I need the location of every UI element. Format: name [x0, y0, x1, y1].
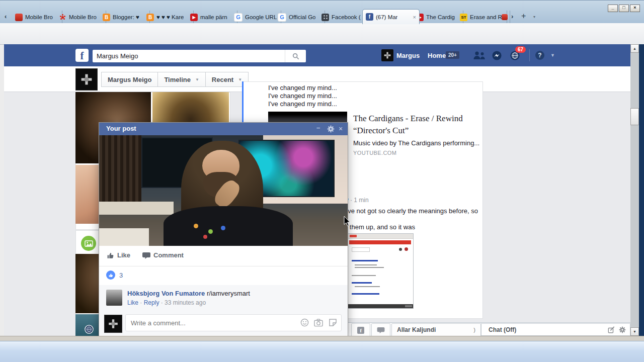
recent-caret-icon: ▼ [238, 77, 242, 82]
like-reaction-icon[interactable] [106, 270, 115, 280]
chat-friend-tab[interactable]: Allar Kaljundi ) [391, 323, 481, 336]
window-close-button[interactable]: × [630, 5, 640, 12]
dark-grid-icon [321, 14, 329, 21]
tab-scroll-right-button[interactable]: › [511, 13, 513, 20]
dialog-minimize-icon[interactable]: – [316, 124, 320, 131]
composer-avatar [104, 315, 122, 333]
search-button[interactable] [285, 50, 306, 62]
chat-bar-icons [608, 326, 626, 333]
privacy-globe-badge-icon [85, 325, 94, 334]
comment-like-link[interactable]: Like [127, 299, 138, 306]
new-tab-button[interactable]: + [521, 12, 526, 21]
video-title-line-2: “Director's Cut” [353, 125, 479, 137]
tab-label: Mobile Bro [69, 14, 97, 20]
recent-label: Recent [212, 76, 233, 83]
facebook-logo[interactable]: f [75, 49, 89, 62]
tab-mobile-bro-1[interactable]: Mobile Bro [12, 11, 62, 24]
nav-avatar[interactable] [381, 49, 393, 61]
tab-label: Blogger: ♥ [113, 14, 139, 20]
sticker-icon[interactable] [329, 318, 337, 327]
tab-list-caret-icon[interactable]: ▾ [533, 15, 535, 19]
dialog-gear-icon[interactable] [327, 125, 335, 133]
facebook-icon: f [366, 13, 373, 21]
tab-google-url[interactable]: G Google URL [231, 11, 281, 24]
comment-bubble-icon [142, 252, 150, 259]
tab-malle-parn[interactable]: ▶ malle pärn [187, 11, 237, 24]
tab-label: Google URL [245, 14, 277, 20]
emoji-icon[interactable] [300, 318, 309, 327]
comment-input[interactable] [126, 315, 297, 331]
camera-icon[interactable] [314, 318, 323, 327]
reactions-row: 3 [99, 266, 348, 286]
browser-toolbar: M ▾ ← → i https://www.facebook.com/Psych… [0, 23, 644, 45]
tab-partial[interactable] [501, 11, 510, 24]
chat-status-bar[interactable]: Chat (Off) [481, 323, 630, 336]
window-minimize-button[interactable]: _ [608, 5, 618, 12]
like-button[interactable]: Like [106, 251, 130, 259]
account-caret-icon[interactable]: ▼ [550, 53, 555, 58]
chat-status-label: Chat (Off) [489, 326, 516, 333]
window-maximize-button[interactable]: □ [619, 5, 629, 12]
mini-search-box [352, 247, 370, 252]
facebook-shortcut-tab[interactable]: f [351, 323, 370, 336]
profile-avatar[interactable] [75, 68, 98, 90]
comment-reply-link[interactable]: Reply [144, 299, 159, 306]
mini-text-line [355, 286, 380, 287]
taskbar: Start [0, 341, 644, 362]
search-input[interactable] [93, 50, 287, 62]
messenger-icon[interactable] [492, 51, 502, 60]
tab-label: The Cardig [426, 14, 455, 20]
reaction-count[interactable]: 3 [119, 272, 123, 279]
nav-divider [529, 49, 530, 61]
chat-tabs-shortcut[interactable] [371, 323, 390, 336]
scroll-up-button[interactable]: ▲ [630, 44, 639, 53]
post-photo[interactable]: PHILIPS [99, 135, 348, 246]
st-icon: ST [460, 14, 467, 21]
tab-erase-rewind[interactable]: ST Erase and R [457, 11, 507, 24]
post-timestamp[interactable]: 1 min [354, 197, 368, 204]
friend-requests-icon[interactable] [473, 51, 486, 60]
dialog-titlebar[interactable]: Your post – × [99, 123, 348, 135]
video-title[interactable]: The Cardigans - Erase / Rewind “Director… [353, 113, 479, 137]
dialog-close-icon[interactable]: × [339, 125, 343, 133]
page-scrollbar[interactable]: ▲ ▼ [630, 44, 639, 336]
video-title-line-1: The Cardigans - Erase / Rewind [353, 113, 479, 125]
mini-text-line [355, 267, 384, 268]
tab-the-cardigans[interactable]: ▶ The Cardig [413, 11, 463, 24]
profile-name-button[interactable]: Margus Meigo [101, 72, 158, 87]
help-icon[interactable]: ? [535, 51, 544, 60]
comment-label: Comment [153, 251, 184, 259]
tab-kare[interactable]: B ♥ ♥ ♥ Kare [143, 11, 194, 24]
comment-timestamp[interactable]: 33 minutes ago [165, 299, 206, 306]
tab-mobile-bro-2[interactable]: Mobile Bro [56, 11, 106, 24]
tab-facebook-other[interactable]: Facebook ( [318, 11, 369, 24]
composer-field[interactable] [125, 314, 342, 331]
comment-avatar[interactable] [106, 290, 122, 306]
comment-button[interactable]: Comment [142, 251, 184, 259]
tab-facebook-active[interactable]: f (67) Mar × [362, 9, 420, 24]
scroll-thumb[interactable] [630, 108, 639, 125]
youtube-icon: ▶ [190, 14, 198, 21]
chat-settings-gear-icon[interactable] [619, 326, 626, 333]
photo-desk [99, 202, 174, 215]
tab-close-icon[interactable]: × [413, 14, 416, 20]
scroll-down-button[interactable]: ▼ [630, 327, 639, 336]
new-post-indicator [242, 81, 244, 123]
like-label: Like [117, 251, 130, 259]
nav-username-link[interactable]: Margus [396, 52, 420, 59]
new-message-icon[interactable] [608, 326, 615, 333]
comment-author-link[interactable]: Höksbjorg Von Fumatore [127, 290, 205, 297]
attached-screenshot-image[interactable] [347, 233, 414, 309]
timeline-button[interactable]: Timeline ▼ [157, 72, 205, 87]
nav-home-link[interactable]: Home [428, 52, 446, 59]
mini-text-line [355, 264, 377, 265]
blogger-icon: B [103, 14, 110, 21]
mini-icon-dot [399, 248, 402, 251]
chat-friend-fragment: ) [473, 327, 475, 333]
tab-blogger[interactable]: B Blogger: ♥ [100, 11, 150, 24]
photos-section-icon [81, 236, 96, 251]
tab-official-go[interactable]: G Official Go [275, 11, 325, 24]
chat-bubble-icon [377, 327, 385, 333]
notifications-badge: 67 [515, 46, 526, 53]
tab-scroll-left-button[interactable]: ‹ [5, 13, 7, 20]
